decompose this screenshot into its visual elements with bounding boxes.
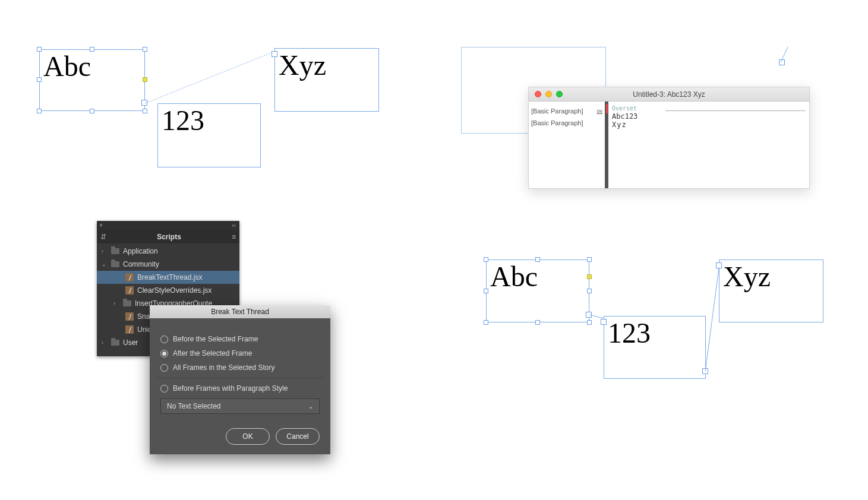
folder-icon [111,261,119,267]
tree-folder-application[interactable]: › Application [97,245,239,258]
radio-label: Before the Selected Frame [173,335,258,343]
text-frame-3[interactable]: Xyz [274,48,379,112]
thread-link-line [145,49,282,108]
text-frame-1[interactable]: Abc [39,49,145,111]
radio-label: All Frames in the Selected Story [173,363,274,372]
radio-option[interactable]: After the Selected Frame [160,349,320,357]
selection-handle[interactable] [143,47,147,52]
text-frame-2-content: 123 [158,104,260,137]
tree-script-item[interactable]: ClearStyleOverrides.jsx [97,284,239,297]
overset-label: Overset [612,105,637,112]
scripts-tab[interactable]: Scripts [157,233,181,241]
selection-handle-out-port[interactable] [143,77,147,82]
text-frame-b[interactable]: 123 [604,316,706,379]
script-icon [125,312,134,321]
tree-script-item[interactable]: BreakTextThread.jsx [97,271,239,284]
story-editor-window[interactable]: Untitled-3: Abc123 Xyz [Basic Paragraph]… [528,87,810,189]
text-frame-a[interactable]: Abc [486,260,589,322]
radio-option[interactable]: Before the Selected Frame [160,335,320,343]
text-frame-b-content: 123 [604,317,705,350]
radio-icon[interactable] [160,364,168,372]
text-frame-2[interactable]: 123 [157,103,261,167]
chevron-right-icon: › [102,340,108,346]
script-icon [125,273,134,281]
radio-option[interactable]: All Frames in the Selected Story [160,363,320,372]
selection-handle[interactable] [90,109,94,113]
text-frame-3-content: Xyz [275,49,378,82]
radio-label: Before Frames with Paragraph Style [173,384,288,393]
story-editor-content: [Basic Paragraph] ov [Basic Paragraph] O… [529,102,809,188]
selection-handle[interactable] [37,109,42,113]
selection-handle[interactable] [535,320,540,325]
story-line[interactable]: Xyz [612,121,806,129]
svg-line-3 [705,264,719,372]
panel-menu-icon[interactable]: ≡ [232,233,236,241]
story-editor-text[interactable]: Overset Abc123 Xyz [608,102,809,188]
selection-handle[interactable] [484,257,488,262]
selection-handle-out-port[interactable] [587,274,592,279]
selection-handle[interactable] [37,47,42,52]
thread-out-port[interactable] [702,368,708,374]
thread-in-port[interactable] [272,51,277,57]
thread-in-port[interactable] [601,319,607,325]
thread-out-port[interactable] [586,312,592,318]
tree-folder-community[interactable]: ⌄ Community [97,258,239,271]
selection-handle[interactable] [90,47,94,52]
selection-handle[interactable] [587,320,592,325]
dialog-buttons: OK Cancel [160,428,320,445]
paragraph-style-name: [Basic Paragraph] [531,119,583,126]
close-icon[interactable]: × [99,222,103,229]
sort-icon[interactable]: ⇵ [100,233,106,241]
gutter-row: [Basic Paragraph] [531,117,602,129]
collapse-icon[interactable]: ‹‹ [232,222,236,229]
tree-label: User [123,338,138,347]
text-frame-1-content: Abc [40,50,144,83]
radio-icon[interactable] [160,385,168,393]
break-text-thread-dialog[interactable]: Break Text Thread Before the Selected Fr… [150,305,330,454]
paragraph-style-name: [Basic Paragraph] [531,107,583,115]
folder-icon [111,340,119,346]
panel-tabbar[interactable]: ⇵ Scripts ≡ [97,230,239,243]
thread-in-port[interactable] [716,262,722,268]
story-line[interactable]: Abc123 [612,112,806,121]
paragraph-style-select[interactable]: No Text Selected ⌄ [160,398,320,414]
cancel-button[interactable]: Cancel [276,428,320,445]
text-frame-a-content: Abc [487,260,589,293]
dialog-body: Before the Selected Frame After the Sele… [150,318,330,454]
ok-button[interactable]: OK [226,428,270,445]
selection-handle[interactable] [37,77,42,82]
thread-port[interactable] [779,59,785,65]
overset-indicator [606,104,608,113]
dialog-titlebar[interactable]: Break Text Thread [150,305,330,318]
selection-handle[interactable] [484,289,488,293]
chevron-down-icon: ⌄ [102,261,108,267]
selection-handle[interactable] [587,257,592,262]
thread-out-port[interactable] [141,100,147,106]
selection-handle[interactable] [143,109,147,113]
overset-rule [665,110,806,111]
dialog-title: Break Text Thread [211,308,269,316]
text-frame-c[interactable]: Xyz [719,260,823,322]
selection-handle[interactable] [484,320,488,325]
selection-handle[interactable] [535,257,540,262]
selection-handle[interactable] [587,289,592,293]
tree-label: Community [123,260,159,268]
select-value: No Text Selected [167,402,221,410]
panel-topbar[interactable]: × ‹‹ [97,221,239,230]
script-icon [125,325,134,334]
chevron-right-icon: › [113,300,119,306]
divider [157,378,323,378]
tree-label: ClearStyleOverrides.jsx [137,286,212,295]
chevron-right-icon: › [102,248,108,254]
radio-option[interactable]: Before Frames with Paragraph Style [160,384,320,393]
tree-label: BreakTextThread.jsx [137,273,202,281]
override-badge: ov [596,108,602,114]
gutter-row: [Basic Paragraph] ov [531,105,602,117]
chevron-down-icon: ⌄ [308,403,313,410]
radio-icon[interactable] [160,336,168,343]
svg-line-0 [145,51,276,103]
story-editor-gutter: [Basic Paragraph] ov [Basic Paragraph] [529,102,608,188]
radio-icon[interactable] [160,350,168,357]
script-icon [125,286,134,295]
window-titlebar[interactable]: Untitled-3: Abc123 Xyz [529,87,809,102]
